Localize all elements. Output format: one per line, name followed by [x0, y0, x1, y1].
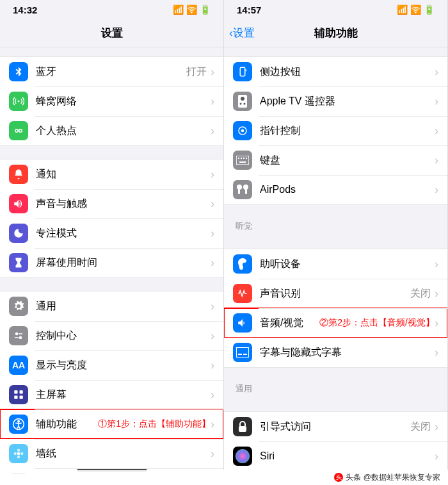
settings-row[interactable]: 键盘› [224, 145, 447, 175]
caption-icon [233, 343, 252, 362]
settings-group: 侧边按钮›Apple TV 遥控器›指针控制›键盘›AirPods› [224, 56, 447, 205]
chevron-right-icon: › [211, 447, 214, 461]
chevron-right-icon: › [211, 65, 214, 79]
svg-rect-41 [239, 426, 246, 432]
siri-icon [233, 447, 252, 466]
settings-group: 助听设备›声音识别关闭›音频/视觉②第2步：点击【音频/视觉】›字幕与隐藏式字幕… [224, 249, 447, 368]
settings-row[interactable]: 音频/视觉②第2步：点击【音频/视觉】› [224, 308, 447, 338]
chevron-right-icon: › [435, 124, 438, 138]
settings-row[interactable]: 助听设备› [224, 249, 447, 279]
section-header: 听觉 [224, 217, 447, 236]
settings-row[interactable]: 个人热点› [0, 116, 223, 145]
row-value: 关闭 [410, 287, 431, 300]
settings-row[interactable]: 蜂窝网络› [0, 86, 223, 116]
flower-icon [9, 444, 28, 463]
row-label: 屏幕使用时间 [36, 256, 211, 270]
audio-icon [233, 313, 252, 333]
chevron-right-icon: › [435, 154, 438, 167]
status-icons: 📶 🛜 🔋 [173, 4, 211, 15]
svg-point-12 [18, 421, 20, 423]
row-label: 字幕与隐藏式字幕 [260, 346, 435, 359]
chevron-right-icon: › [435, 346, 438, 359]
back-button[interactable]: ‹ 设置 [229, 26, 255, 40]
left-phone: 14:32 📶 🛜 🔋 设置 蓝牙打开›蜂窝网络›个人热点›通知›声音与触感›专… [0, 0, 224, 474]
row-label: 墙纸 [36, 447, 211, 461]
accessibility-list[interactable]: 侧边按钮›Apple TV 遥控器›指针控制›键盘›AirPods›听觉助听设备… [224, 47, 447, 474]
row-value: 关闭 [410, 420, 431, 434]
settings-row[interactable]: 专注模式› [0, 218, 223, 248]
settings-row[interactable]: 引导式访问关闭› [224, 412, 447, 441]
settings-row[interactable]: 墙纸› [0, 439, 223, 468]
back-label: 设置 [233, 26, 255, 40]
gear-icon [9, 297, 28, 316]
svg-rect-8 [20, 390, 23, 393]
svg-point-24 [240, 103, 242, 105]
settings-row[interactable]: 声音与触感› [0, 189, 223, 218]
settings-row[interactable]: Apple TV 遥控器› [224, 86, 447, 116]
svg-rect-40 [243, 354, 247, 355]
lock-icon [233, 417, 252, 436]
settings-list[interactable]: 蓝牙打开›蜂窝网络›个人热点›通知›声音与触感›专注模式›屏幕使用时间›通用›控… [0, 47, 223, 474]
switches-icon [9, 326, 28, 345]
step-annotation: ②第2步：点击【音频/视觉】 [319, 317, 435, 329]
hourglass-icon [9, 253, 28, 272]
row-label: 指针控制 [260, 124, 435, 138]
chevron-right-icon: › [211, 418, 214, 431]
row-label: 音频/视觉 [260, 316, 316, 330]
chevron-right-icon: › [435, 183, 438, 197]
settings-row[interactable]: 辅助功能①第1步：点击【辅助功能】› [0, 409, 223, 439]
row-label: 通知 [36, 168, 211, 181]
chevron-right-icon: › [211, 95, 214, 108]
settings-row[interactable]: 侧边按钮› [224, 57, 447, 86]
bell-icon [9, 165, 28, 184]
remote-icon [233, 92, 252, 111]
right-phone: 14:57 📶 🛜 🔋 ‹ 设置 辅助功能 侧边按钮›Apple TV 遥控器›… [224, 0, 448, 474]
svg-point-5 [20, 337, 22, 339]
settings-row[interactable]: 声音识别关闭› [224, 279, 447, 308]
credit-text: 头条 @数据蛙苹果恢复专家 [346, 472, 440, 483]
row-label: 控制中心 [36, 329, 211, 343]
settings-row[interactable]: 蓝牙打开› [0, 57, 223, 86]
svg-point-0 [18, 101, 20, 103]
chevron-right-icon: › [435, 287, 438, 300]
svg-rect-29 [238, 158, 239, 159]
svg-rect-9 [14, 396, 17, 399]
antenna-icon [9, 92, 28, 111]
svg-point-25 [244, 103, 246, 105]
settings-row[interactable]: 字幕与隐藏式字幕› [224, 338, 447, 367]
settings-row[interactable]: AA显示与亮度› [0, 350, 223, 380]
row-label: AirPods [260, 184, 435, 195]
row-label: 助听设备 [260, 258, 435, 271]
moon-icon [9, 224, 28, 243]
settings-row[interactable]: 屏幕使用时间› [0, 248, 223, 277]
svg-point-13 [17, 452, 20, 456]
hotspot-icon [9, 121, 28, 140]
airpods-icon [233, 180, 252, 199]
ear-icon [233, 254, 252, 274]
settings-row[interactable]: Siri› [224, 441, 447, 471]
row-label: 引导式访问 [260, 420, 410, 434]
svg-rect-20 [240, 67, 245, 76]
chevron-right-icon: › [211, 329, 214, 343]
settings-row[interactable]: 通用› [0, 292, 223, 321]
row-label: 个人热点 [36, 124, 211, 138]
speaker-icon [9, 194, 28, 213]
chevron-right-icon: › [435, 65, 438, 79]
settings-row[interactable]: 主屏幕› [0, 380, 223, 409]
chevron-right-icon: › [211, 388, 214, 402]
svg-point-16 [14, 452, 17, 456]
chevron-right-icon: › [211, 168, 214, 181]
svg-rect-35 [238, 188, 240, 194]
chevron-right-icon: › [435, 95, 438, 108]
chevron-right-icon: › [211, 227, 214, 240]
row-label: 蜂窝网络 [36, 95, 211, 108]
row-value: 打开 [186, 65, 207, 79]
row-label: 主屏幕 [36, 388, 211, 402]
svg-rect-28 [236, 156, 249, 165]
credit-icon: 头 [334, 473, 343, 482]
settings-row[interactable]: 控制中心› [0, 321, 223, 350]
settings-row[interactable]: AirPods› [224, 175, 447, 204]
settings-row[interactable]: 通知› [0, 160, 223, 189]
settings-row[interactable]: 指针控制› [224, 116, 447, 145]
svg-rect-38 [236, 347, 249, 358]
